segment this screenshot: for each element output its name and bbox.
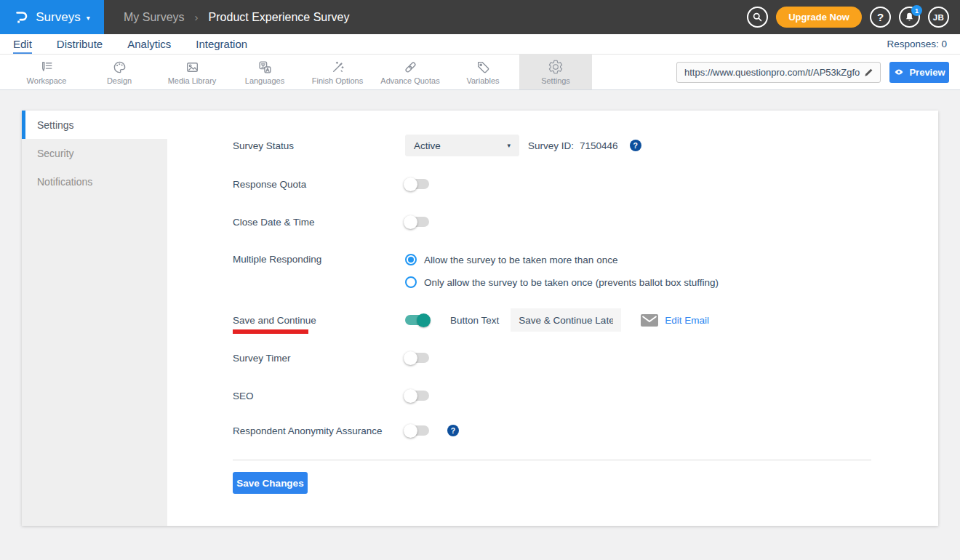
edit-toolbar: Workspace Design Media Library Languages… [0, 55, 960, 90]
eye-icon [893, 66, 905, 78]
form-divider [233, 460, 871, 460]
radio-selected-icon [405, 254, 417, 265]
toolbar-item-variables[interactable]: Variables [447, 55, 519, 89]
breadcrumb-separator-icon: › [195, 11, 199, 23]
survey-timer-label: Survey Timer [233, 353, 405, 364]
questionpro-logo-icon [14, 9, 30, 25]
tab-analytics[interactable]: Analytics [127, 34, 171, 54]
toolbar-item-settings[interactable]: Settings [519, 55, 592, 89]
finish-options-wand-icon [330, 60, 345, 75]
survey-id-label: Survey ID: [528, 140, 574, 151]
seo-toggle[interactable] [405, 391, 429, 401]
survey-status-value: Active [414, 140, 441, 151]
sidebar-item-security[interactable]: Security [22, 139, 167, 167]
breadcrumb-my-surveys[interactable]: My Surveys [124, 11, 185, 24]
survey-timer-toggle[interactable] [405, 353, 429, 363]
main-area: Settings Security Notifications Survey S… [0, 90, 960, 560]
preview-button[interactable]: Preview [889, 62, 949, 83]
sidebar-item-notifications[interactable]: Notifications [22, 167, 167, 196]
breadcrumb-current-survey: Product Experience Survey [209, 11, 350, 24]
row-respondent-anonymity: Respondent Anonymity Assurance ? [233, 425, 459, 436]
save-changes-button[interactable]: Save Changes [233, 472, 308, 494]
row-seo: SEO [233, 390, 429, 401]
toolbar-item-advance-quotas[interactable]: Advance Quotas [374, 55, 447, 89]
save-and-continue-toggle[interactable] [405, 315, 429, 325]
upgrade-now-button[interactable]: Upgrade Now [776, 7, 862, 28]
top-header: Surveys ▾ My Surveys › Product Experienc… [0, 0, 960, 34]
button-text-input[interactable] [511, 308, 621, 332]
close-date-time-toggle[interactable] [405, 217, 429, 227]
search-icon [752, 12, 763, 23]
row-multiple-responding: Multiple Responding Allow the survey to … [233, 254, 719, 288]
survey-nav-tabs: Edit Distribute Analytics Integration Re… [0, 34, 960, 55]
edit-email-link[interactable]: Edit Email [665, 315, 709, 326]
toolbar-item-finish-options[interactable]: Finish Options [301, 55, 374, 89]
languages-icon [257, 60, 273, 75]
responses-count: Responses: 0 [887, 39, 947, 49]
radio-option-only-once[interactable]: Only allow the survey to be taken once (… [405, 276, 719, 288]
tab-distribute[interactable]: Distribute [57, 34, 103, 54]
seo-label: SEO [233, 391, 405, 401]
row-survey-status: Survey Status Active ▾ Survey ID: 715044… [233, 135, 641, 156]
email-icon [641, 314, 658, 327]
tab-integration[interactable]: Integration [196, 34, 247, 54]
edit-url-pencil-icon[interactable] [863, 67, 874, 78]
response-quota-label: Response Quota [233, 179, 405, 190]
toolbar-item-languages[interactable]: Languages [228, 55, 301, 89]
notification-count-badge: 1 [911, 5, 922, 16]
user-avatar[interactable]: JB [928, 7, 949, 28]
row-survey-timer: Survey Timer [233, 352, 429, 364]
design-palette-icon [112, 60, 127, 75]
response-quota-toggle[interactable] [405, 179, 429, 189]
survey-status-dropdown[interactable]: Active ▾ [405, 135, 519, 156]
survey-id-value: 7150446 [580, 140, 618, 151]
help-icon: ? [877, 11, 884, 23]
product-name: Surveys [36, 10, 80, 25]
button-text-label: Button Text [450, 315, 499, 326]
row-close-date-time: Close Date & Time [233, 216, 429, 228]
survey-id-help-icon[interactable]: ? [630, 140, 641, 151]
close-date-time-label: Close Date & Time [233, 217, 405, 228]
radio-unselected-icon [405, 276, 417, 288]
multiple-responding-label: Multiple Responding [233, 254, 405, 265]
chevron-down-icon: ▾ [507, 142, 511, 149]
search-button[interactable] [747, 7, 768, 28]
survey-url-box [676, 62, 881, 83]
survey-url-input[interactable] [684, 67, 863, 78]
settings-sidebar: Settings Security Notifications [22, 111, 167, 526]
help-button[interactable]: ? [870, 7, 891, 28]
advance-quotas-link-icon [403, 60, 418, 75]
respondent-anonymity-label: Respondent Anonymity Assurance [233, 425, 405, 436]
sidebar-item-settings[interactable]: Settings [22, 111, 167, 139]
settings-panel: Settings Security Notifications Survey S… [22, 111, 938, 526]
toolbar-item-media-library[interactable]: Media Library [156, 55, 228, 89]
survey-status-label: Survey Status [233, 140, 405, 151]
settings-gear-icon [548, 59, 564, 75]
radio-option-allow-multiple[interactable]: Allow the survey to be taken more than o… [405, 254, 719, 265]
breadcrumb: My Surveys › Product Experience Survey [124, 11, 349, 24]
toolbar-item-workspace[interactable]: Workspace [10, 55, 83, 89]
product-switcher[interactable]: Surveys ▾ [0, 0, 104, 34]
toolbar-item-design[interactable]: Design [83, 55, 156, 89]
annotation-red-underline [233, 329, 308, 334]
workspace-icon [39, 60, 55, 75]
variables-tag-icon [476, 60, 491, 75]
header-actions: Upgrade Now ? 1 JB [747, 7, 949, 28]
respondent-anonymity-help-icon[interactable]: ? [447, 425, 459, 436]
media-library-icon [185, 60, 200, 75]
row-response-quota: Response Quota [233, 178, 429, 190]
notifications-button[interactable]: 1 [899, 7, 920, 28]
respondent-anonymity-toggle[interactable] [405, 425, 429, 436]
multiple-responding-options: Allow the survey to be taken more than o… [405, 254, 719, 288]
avatar-initials: JB [933, 13, 945, 22]
row-save-and-continue: Save and Continue Button Text Edit Email [233, 314, 709, 326]
save-and-continue-label: Save and Continue [233, 315, 405, 326]
tab-edit[interactable]: Edit [13, 34, 32, 54]
chevron-down-icon: ▾ [87, 14, 90, 22]
